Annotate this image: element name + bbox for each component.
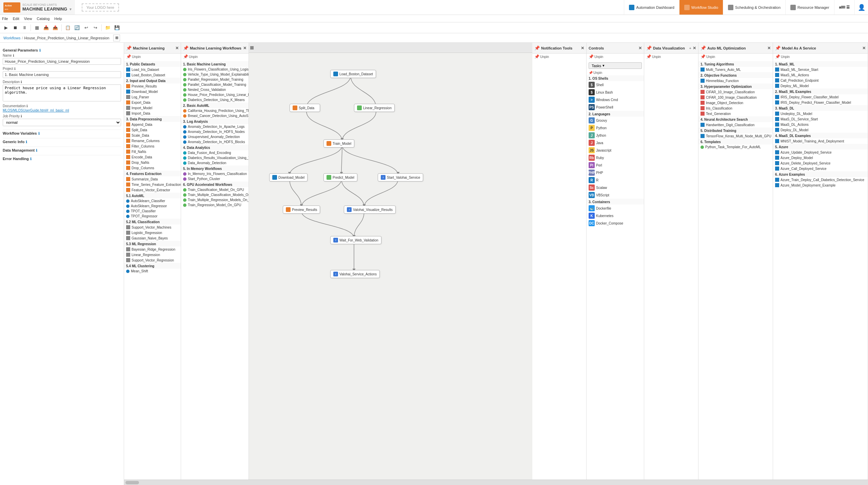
panel-mlwf-close[interactable]: ✕ (243, 46, 246, 51)
automl-item-himmelblau[interactable]: Himmelblau_Function (698, 78, 773, 83)
error-handling-title[interactable]: Error Handling ℹ (3, 155, 121, 162)
panel-dataviz-close[interactable]: ✕ (693, 46, 696, 51)
ml-item-load-iris[interactable]: Load_Iris_Dataset (124, 67, 181, 72)
node-start-valohai[interactable]: f Start_Valohai_Service (378, 173, 423, 181)
node-predict-model[interactable]: Predict_Model (323, 173, 357, 181)
ml-item-dropcolumns[interactable]: Drop_Columns (124, 165, 181, 171)
mlwf-breast-cancer[interactable]: Breast_Cancer_Detection_Using_AutoSklear… (181, 113, 249, 118)
ml-item-tpot-reg[interactable]: TPOT_Regressor (124, 214, 181, 219)
controls-python[interactable]: P Python (587, 124, 644, 132)
menu-view[interactable]: View (24, 17, 32, 21)
tasks-dropdown[interactable]: Tasks ▾ (589, 62, 642, 69)
ml-item-svr[interactable]: Support_Vector_Regression (124, 257, 181, 263)
ml-item-autosklearn-clf[interactable]: AutoSklearn_Classifier (124, 198, 181, 203)
node-wait-web[interactable]: f Wait_For_Web_Validation (330, 236, 381, 244)
panel-notif-close[interactable]: ✕ (581, 46, 584, 51)
mlwf-train-clf-gpu[interactable]: Train_Classification_Model_On_GPU (181, 187, 249, 192)
controls-perl[interactable]: Pl Perl (587, 161, 644, 169)
ml-item-autosklearn-reg[interactable]: AutoSklearn_Regressor (124, 203, 181, 209)
ml-item-splitdata[interactable]: Split_Data (124, 127, 181, 133)
ml-item-preview[interactable]: Preview_Results (124, 83, 181, 89)
nav-automation[interactable]: Automation Dashboard (624, 0, 679, 15)
controls-kubernetes[interactable]: K Kubernetes (587, 212, 644, 219)
controls-jython[interactable]: J Jython (587, 132, 644, 139)
tb-refresh[interactable]: 🔄 (73, 24, 81, 32)
unpin-controls[interactable]: 📌 Unpin (587, 54, 644, 60)
workflow-area[interactable]: Load_Boston_Dataset Split_Data Linear_Re… (249, 53, 532, 484)
automl-item-py-template[interactable]: Python_Task_Template_For_AutoML (698, 144, 773, 150)
ml-item-filtercolumns[interactable]: Filter_Columns (124, 143, 181, 149)
unpin-mlwf[interactable]: 📌 Unpin (181, 54, 249, 60)
mlwf-vehicle-type[interactable]: Vehicle_Type_Using_Model_Explainability (181, 72, 249, 77)
maas-item-azure-model-deploy[interactable]: Azure_Model_Deployment_Example (773, 182, 868, 188)
controls-linuxbash[interactable]: $ Linux Bash (587, 89, 644, 96)
panel-dataviz-plus[interactable]: + (689, 46, 691, 50)
tb-pause[interactable]: ⏸ (20, 24, 28, 32)
nav-workflow[interactable]: Workflow Studio (679, 0, 723, 15)
tb-import[interactable]: 📥 (42, 24, 50, 32)
nav-scheduling[interactable]: Scheduling & Orchestration (723, 0, 785, 15)
ml-item-featurevec[interactable]: Feature_Vector_Extractor (124, 187, 181, 193)
ml-item-fillnans[interactable]: Fill_NaNs (124, 149, 181, 154)
tb-stop[interactable]: ⏹ (11, 24, 19, 32)
tb-copy[interactable]: 📋 (64, 24, 72, 32)
ml-item-importmodel[interactable]: Import_Model (124, 105, 181, 111)
mlwf-python-cluster[interactable]: Start_Python_Cluster (181, 176, 249, 181)
unpin-maas[interactable]: 📌 Unpin (773, 54, 868, 60)
ml-item-tpot-clf[interactable]: TPOT_Classifier (124, 209, 181, 214)
ml-item-scaledata[interactable]: Scale_Data (124, 133, 181, 138)
maas-item-deploy-dl[interactable]: Deploy_DL_Model (773, 127, 868, 133)
mlwf-data-anomaly[interactable]: Data_Anomaly_Detection (181, 160, 249, 166)
horizontal-scrollbar[interactable] (124, 480, 868, 485)
unpin-ml[interactable]: 📌 Unpin (124, 54, 181, 60)
maas-item-azure-deploy[interactable]: Azure_Deploy_Model (773, 155, 868, 160)
ml-item-exportdata[interactable]: Export_Data (124, 100, 181, 105)
automl-item-multi-tuners[interactable]: Multi_Tuners_Auto_ML (698, 67, 773, 72)
maas-item-service-start[interactable]: MaaS_ML_Service_Start (773, 67, 868, 72)
ml-item-logparser[interactable]: Log_Parser (124, 94, 181, 100)
panel-ml-close[interactable]: ✕ (175, 46, 179, 51)
ml-item-svm[interactable]: Support_Vector_Machines (124, 225, 181, 230)
maas-item-dl-actions[interactable]: MaaS_DL_Actions (773, 122, 868, 127)
node-valohai-actions[interactable]: f Valohai_Service_Actions (330, 270, 380, 278)
maas-item-iris-predict[interactable]: IRIS_Deploy_Predict_Flower_Classifier_Mo… (773, 100, 868, 105)
maas-item-deploy-ml[interactable]: Deploy_ML_Model (773, 83, 868, 89)
mlwf-diabetics-kmeans[interactable]: Diabetics_Detection_Using_K_Means (181, 97, 249, 102)
node-load-boston[interactable]: Load_Boston_Dataset (330, 70, 376, 78)
node-download-model[interactable]: Download_Model (269, 173, 308, 181)
tb-folder[interactable]: 📁 (104, 24, 112, 32)
ml-item-download[interactable]: Download_Model (124, 89, 181, 94)
tb-save[interactable]: 💾 (113, 24, 121, 32)
tb-run[interactable]: ▶ (2, 24, 10, 32)
panel-controls-close[interactable]: ✕ (638, 46, 642, 51)
mlwf-parallel-reg[interactable]: Parallel_Regression_Model_Training (181, 77, 249, 82)
workflow-vars-title[interactable]: Workflow Variables ℹ (3, 130, 121, 137)
ml-item-load-boston[interactable]: Load_Boston_Dataset (124, 72, 181, 78)
automl-item-textgen[interactable]: Text_Generation (698, 111, 773, 116)
mlwf-train-multi-clf-gpu[interactable]: Train_Multiple_Classification_Models_On_… (181, 192, 249, 197)
automl-item-tf-keras[interactable]: TensorFlow_Keras_Multi_Node_Multi_GPU (698, 133, 773, 139)
unpin-notif[interactable]: 📌 Unpin (532, 54, 586, 60)
mlwf-train-multi-reg-gpu[interactable]: Train_Multiple_Regression_Models_On_GPU (181, 197, 249, 202)
ml-item-timeseries[interactable]: Time_Series_Feature_Extraction (124, 182, 181, 187)
nav-extra[interactable]: allll ☰ (834, 0, 854, 15)
ml-item-bayesian[interactable]: Bayesian_Ridge_Regression (124, 247, 181, 252)
maas-item-azure-train-deploy[interactable]: Azure_Train_Deploy_Call_Diabetics_Detect… (773, 177, 868, 182)
maas-item-iris-deploy[interactable]: IRIS_Deploy_Flower_Classifier_Model (773, 94, 868, 100)
node-train-model[interactable]: Train_Model (323, 139, 354, 148)
automl-item-iris-clf[interactable]: Iris_Classification (698, 105, 773, 111)
controls-php[interactable]: PHP PHP (587, 169, 644, 176)
maas-item-azure-delete[interactable]: Azure_Delete_Deployed_Service (773, 160, 868, 166)
controls-ruby[interactable]: Rb Ruby (587, 154, 644, 161)
ml-item-meanshift[interactable]: Mean_Shift (124, 269, 181, 274)
maas-item-call-pred[interactable]: Call_Prediction_Endpoint (773, 78, 868, 83)
priority-select[interactable]: normal high low (3, 119, 121, 126)
ml-item-summarize[interactable]: Summarize_Data (124, 176, 181, 182)
ml-item-gnb[interactable]: Gaussian_Naive_Bayes (124, 235, 181, 241)
general-params-title[interactable]: General Parameters ℹ (3, 48, 121, 52)
mlwf-anomaly-blocks[interactable]: Anomaly_Detection_In_HDFS_Blocks (181, 139, 249, 144)
ml-item-appenddata[interactable]: Append_Data (124, 122, 181, 127)
mlwf-parallel-clf[interactable]: Parallel_Classification_Model_Training (181, 82, 249, 87)
maas-item-dl-svc-start[interactable]: MaaS_DL_Service_Start (773, 116, 868, 122)
mlwf-anomaly-apache[interactable]: Anomaly_Detection_In_Apache_Logs (181, 124, 249, 129)
